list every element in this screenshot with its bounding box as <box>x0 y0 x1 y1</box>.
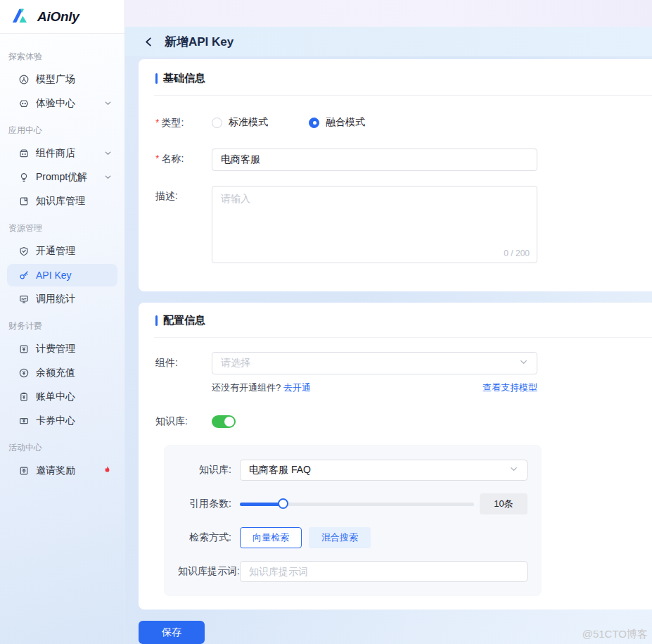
divider <box>154 95 652 96</box>
radio-label: 标准模式 <box>229 116 268 129</box>
name-input[interactable] <box>212 149 537 171</box>
radio-standard-mode[interactable]: 标准模式 <box>212 116 268 129</box>
footer-actions: 保存 <box>139 610 652 644</box>
sidebar: AiOnly 探索体验 模型广场 体验中心 应用中心 组件商店 <box>0 0 125 644</box>
sidebar-item-label: 组件商店 <box>36 147 98 160</box>
section-bar <box>155 315 158 326</box>
logo: AiOnly <box>0 0 124 34</box>
main-area: 新增API Key 基础信息 *类型: 标准模式 <box>125 0 652 644</box>
save-button[interactable]: 保存 <box>139 621 205 644</box>
back-icon[interactable] <box>143 35 156 48</box>
chevron-down-icon <box>104 172 112 183</box>
kb-toggle[interactable] <box>212 415 236 428</box>
nav-section-activity: 活动中心 <box>0 434 124 458</box>
nav-section-apps: 应用中心 <box>0 116 124 141</box>
sidebar-item-knowledge-base[interactable]: 知识库管理 <box>7 190 117 213</box>
sidebar-item-label: 账单中心 <box>36 391 112 403</box>
book-icon <box>18 196 30 207</box>
nav-section-explore: 探索体验 <box>0 42 124 67</box>
type-row: *类型: 标准模式 融合模式 <box>155 113 652 130</box>
select-placeholder: 请选择 <box>221 357 250 370</box>
sidebar-item-api-key[interactable]: API Key <box>7 264 117 286</box>
sidebar-item-model-plaza[interactable]: 模型广场 <box>7 68 117 91</box>
sidebar-item-invite-reward[interactable]: 邀请奖励 <box>7 460 117 482</box>
kb-select-label: 知识库: <box>178 464 240 476</box>
description-textarea[interactable] <box>212 187 537 246</box>
billing-icon <box>18 343 30 355</box>
search-mode-row: 检索方式: 向量检索 混合搜索 <box>178 527 528 548</box>
sidebar-item-bill-center[interactable]: 账单中心 <box>7 386 117 408</box>
description-label: 描述: <box>155 186 212 203</box>
kb-select-value: 电商客服 FAQ <box>249 464 311 476</box>
component-store-icon <box>18 148 30 159</box>
quote-count-value: 10条 <box>480 493 528 514</box>
sidebar-item-component-store[interactable]: 组件商店 <box>7 142 117 165</box>
slider-fill <box>240 503 283 506</box>
top-band <box>125 0 652 27</box>
sidebar-item-label: 计费管理 <box>36 343 112 355</box>
search-mode-label: 检索方式: <box>178 531 240 544</box>
gift-icon <box>18 465 30 476</box>
char-counter: 0 / 200 <box>504 248 530 258</box>
divider <box>154 337 652 338</box>
shield-icon <box>18 246 30 257</box>
config-info-card: 配置信息 组件: 请选择 还没有开通组件? <box>139 303 652 610</box>
component-select[interactable]: 请选择 <box>212 352 537 374</box>
sidebar-item-label: 调用统计 <box>36 293 112 305</box>
required-mark: * <box>155 117 159 128</box>
radio-icon <box>309 118 319 128</box>
experience-center-icon <box>18 98 30 109</box>
content: 基础信息 *类型: 标准模式 融合模式 <box>125 56 652 644</box>
page-header: 新增API Key <box>125 27 652 56</box>
nav-section-resources: 资源管理 <box>0 214 124 239</box>
kb-prompt-row: 知识库提示词: <box>178 561 528 582</box>
sidebar-item-experience-center[interactable]: 体验中心 <box>7 92 117 115</box>
hybrid-search-button[interactable]: 混合搜索 <box>309 527 371 548</box>
name-row: *名称: <box>155 149 652 171</box>
slider-track <box>240 503 474 506</box>
vector-search-button[interactable]: 向量检索 <box>240 527 302 548</box>
type-label: *类型: <box>155 113 212 130</box>
quote-count-label: 引用条数: <box>178 498 240 510</box>
nav-section-finance: 财务计费 <box>0 312 124 336</box>
component-label: 组件: <box>155 352 212 370</box>
required-mark: * <box>155 153 159 164</box>
chevron-down-icon <box>104 148 112 159</box>
description-textarea-wrap: 0 / 200 <box>212 186 537 263</box>
sidebar-item-label: 体验中心 <box>36 97 98 110</box>
model-plaza-icon <box>18 74 30 85</box>
section-title-text: 配置信息 <box>163 314 205 327</box>
sidebar-item-billing[interactable]: 计费管理 <box>7 338 117 360</box>
kb-select[interactable]: 电商客服 FAQ <box>240 460 528 481</box>
view-supported-models-link[interactable]: 查看支持模型 <box>482 381 537 394</box>
sidebar-item-activation[interactable]: 开通管理 <box>7 240 117 263</box>
sidebar-nav: 探索体验 模型广场 体验中心 应用中心 组件商店 <box>0 34 124 484</box>
sidebar-item-prompt[interactable]: Prompt优解 <box>7 166 117 189</box>
quote-count-slider[interactable] <box>240 493 474 514</box>
basic-info-title: 基础信息 <box>155 72 652 85</box>
radio-fusion-mode[interactable]: 融合模式 <box>309 116 365 129</box>
lightbulb-icon <box>18 172 30 183</box>
kb-select-row: 知识库: 电商客服 FAQ <box>178 460 528 481</box>
sidebar-item-label: 开通管理 <box>36 245 112 258</box>
chevron-down-icon <box>509 465 518 476</box>
sidebar-item-coupon-center[interactable]: 卡券中心 <box>7 410 117 432</box>
coupon-icon <box>18 415 30 427</box>
sidebar-item-call-stats[interactable]: 调用统计 <box>7 288 117 310</box>
description-row: 描述: 0 / 200 <box>155 186 652 263</box>
radio-icon <box>212 118 222 128</box>
sidebar-item-recharge[interactable]: 余额充值 <box>7 362 117 384</box>
activate-link[interactable]: 去开通 <box>283 382 311 393</box>
recharge-icon <box>18 367 30 379</box>
page-title: 新增API Key <box>165 34 234 50</box>
kb-prompt-label: 知识库提示词: <box>178 565 240 578</box>
chevron-down-icon <box>104 98 112 109</box>
name-label: *名称: <box>155 149 212 165</box>
chevron-down-icon <box>519 358 528 369</box>
quote-count-row: 引用条数: 10条 <box>178 493 528 514</box>
watermark: @51CTO博客 <box>582 628 648 641</box>
sidebar-item-label: API Key <box>36 270 112 281</box>
slider-handle[interactable] <box>278 498 288 509</box>
kb-prompt-input[interactable] <box>240 561 528 582</box>
sidebar-item-label: 邀请奖励 <box>36 465 96 477</box>
